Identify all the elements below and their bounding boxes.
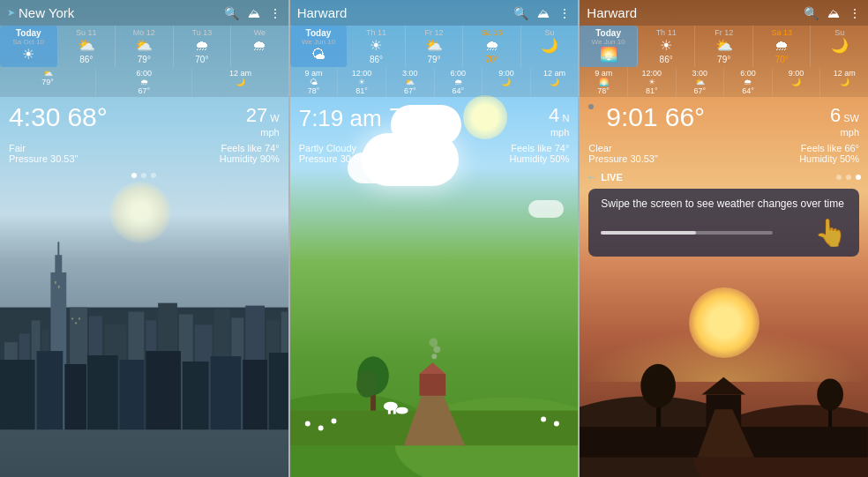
weather-icon2-fr12: ⛅ — [425, 39, 443, 53]
hour2-6: 6:00 🌧 64° — [435, 67, 483, 97]
day3-fr12[interactable]: Fr 12 ⛅ 79° — [695, 26, 753, 67]
progress-bar — [601, 231, 773, 235]
hour2-9am: 9 am 🌤 78° — [290, 67, 339, 97]
wind-speed-row-2: 4 Nmph — [549, 104, 569, 138]
day-su11[interactable]: Su 11 ⛅ 86° — [58, 26, 116, 67]
icon-12am: 🌙 — [550, 78, 559, 86]
day2-th11[interactable]: Th 11 ☀ 86° — [348, 26, 406, 67]
svg-rect-46 — [393, 408, 395, 414]
time3-9: 9:00 — [789, 69, 804, 78]
icon-9: 🌙 — [501, 78, 511, 86]
feels-like-3: Feels like 66° — [801, 143, 859, 153]
temp-9am: 78° — [308, 86, 320, 95]
day3-label-today: Today — [595, 28, 621, 38]
header-icons: 🔍 ⛰ ⋮ — [224, 6, 281, 20]
icon-6: 🌧 — [454, 78, 462, 86]
weather-icon2-th11: ☀ — [370, 39, 382, 53]
day3-su[interactable]: Su 🌙 — [811, 26, 868, 67]
sub-time-midnight: 12 am — [229, 69, 251, 78]
wind-info-3: 6 SWmph — [830, 104, 859, 138]
day-label-su11: Su 11 — [76, 28, 97, 37]
city-name-3: Harward — [587, 5, 637, 20]
day3-today[interactable]: Today We Jun 10 🌅 — [580, 26, 638, 67]
dots-3 — [836, 175, 861, 180]
svg-rect-27 — [183, 361, 209, 429]
icon3-9: 🌙 — [791, 78, 801, 86]
day2-label-sa13: Sa 13 — [482, 28, 503, 37]
svg-marker-60 — [702, 376, 745, 394]
panel3-hourly: 9 am 🌅 78° 12:00 ☀ 81° 3:00 ⛅ 67° 6:00 🌧… — [580, 67, 868, 97]
temp-display: 68° — [67, 104, 107, 130]
day-today[interactable]: Today Sa Oct 10 ☀ — [0, 26, 58, 67]
time-display-2: 7:19 am — [299, 107, 382, 130]
hour3-6: 6:00 🌧 64° — [724, 67, 773, 97]
day2-su[interactable]: Su 🌙 — [521, 26, 579, 67]
dot2-1 — [422, 173, 427, 178]
detail-row-2: Pressure 30.53" Humidity 90% — [9, 153, 280, 164]
humidity-3: Humidity 50% — [799, 153, 859, 164]
panel-newyork: ➤ New York 🔍 ⛰ ⋮ Today Sa Oct 10 ☀ Su 11… — [0, 0, 288, 477]
panel-harward-sunset: Harward 🔍 ⛰ ⋮ Today We Jun 10 🌅 Th 11 ☀ … — [580, 0, 868, 477]
farm-svg — [290, 239, 579, 478]
progress-fill — [601, 231, 695, 235]
day-tu13[interactable]: Tu 13 🌧 70° — [174, 26, 232, 67]
sub-midnight: 12 am 🌙 — [192, 67, 288, 97]
skyline-svg — [0, 190, 288, 477]
temp-display-3: 66° — [665, 104, 705, 130]
weather-icon2-sa13: 🌧 — [485, 39, 499, 53]
wind-speed-3: 6 — [830, 104, 841, 126]
day-label-we: We — [254, 28, 266, 37]
search-icon[interactable]: 🔍 — [224, 6, 239, 20]
day-mo12[interactable]: Mo 12 ⛅ 79° — [116, 26, 174, 67]
hour3-12: 12:00 ☀ 81° — [628, 67, 677, 97]
day2-fr12[interactable]: Fr 12 ⛅ 79° — [406, 26, 464, 67]
wind-speed-2: 4 — [549, 104, 559, 126]
temp2-th11: 86° — [370, 55, 383, 64]
day3-sa13[interactable]: Sa 13 🌧 70° — [753, 26, 812, 67]
icon3-6: 🌧 — [744, 78, 752, 86]
panel-harward-day: Harward 🔍 ⛰ ⋮ Today We Jun 10 🌤 Th 11 ☀ … — [290, 0, 579, 477]
day3-th11[interactable]: Th 11 ☀ 86° — [638, 26, 696, 67]
panel2-details: Partly Cloudy Feels like 74° Pressure 30… — [290, 141, 579, 169]
search-icon-3[interactable]: 🔍 — [804, 6, 819, 20]
humidity: Humidity 90% — [220, 153, 280, 164]
swipe-row: 👆 — [601, 217, 847, 248]
time-6: 6:00 — [451, 69, 467, 78]
loading-dot-container — [588, 104, 597, 109]
svg-rect-24 — [87, 355, 118, 429]
detail-row2-1: Partly Cloudy Feels like 74° — [299, 143, 570, 153]
time3-6: 6:00 — [740, 69, 756, 78]
city-name-2: Harward — [297, 5, 348, 20]
svg-point-51 — [541, 416, 546, 421]
more-icon[interactable]: ⋮ — [269, 6, 281, 20]
feels-like: Feels like 74° — [221, 143, 280, 153]
time3-9am: 9 am — [595, 69, 612, 78]
day2-sa13[interactable]: Sa 13 🌧 70° — [463, 26, 521, 67]
weather-icon3-sa13: 🌧 — [774, 39, 789, 53]
panel3-weather-main: 9:01 66° 6 SWmph — [580, 97, 868, 141]
day-we[interactable]: We 🌧 — [231, 26, 288, 67]
wind-info: 27 Wmph — [246, 104, 280, 138]
time3-12am: 12 am — [834, 69, 856, 78]
dot3-2 — [846, 175, 851, 180]
feels-like-2: Feels like 74° — [511, 143, 569, 153]
more-icon-3[interactable]: ⋮ — [849, 6, 861, 20]
time-3: 3:00 — [402, 69, 418, 78]
more-icon-2[interactable]: ⋮ — [558, 6, 571, 20]
panel3-details: Clear Feels like 66° Pressure 30.53" Hum… — [580, 141, 868, 169]
time-temp: 4:30 68° — [9, 104, 108, 130]
panel1-header: ➤ New York 🔍 ⛰ ⋮ — [0, 0, 288, 26]
day2-today[interactable]: Today We Jun 10 🌤 — [290, 26, 348, 67]
landscape-icon-3[interactable]: ⛰ — [827, 6, 840, 20]
tooltip-text: Swipe the screen to see weather changes … — [601, 198, 847, 210]
landscape-icon-2[interactable]: ⛰ — [537, 6, 550, 20]
panel2-header: Harward 🔍 ⛰ ⋮ — [290, 0, 579, 26]
temp2-fr12: 79° — [427, 55, 440, 64]
search-icon-2[interactable]: 🔍 — [513, 6, 528, 20]
location-icon: ➤ — [7, 7, 15, 19]
sub-temp-morning: 79° — [41, 78, 54, 86]
time3-3: 3:00 — [692, 69, 708, 78]
wind-speed-row: 27 Wmph — [246, 104, 280, 138]
sub-time-afternoon: 6:00 — [137, 69, 153, 78]
landscape-icon[interactable]: ⛰ — [248, 6, 260, 20]
